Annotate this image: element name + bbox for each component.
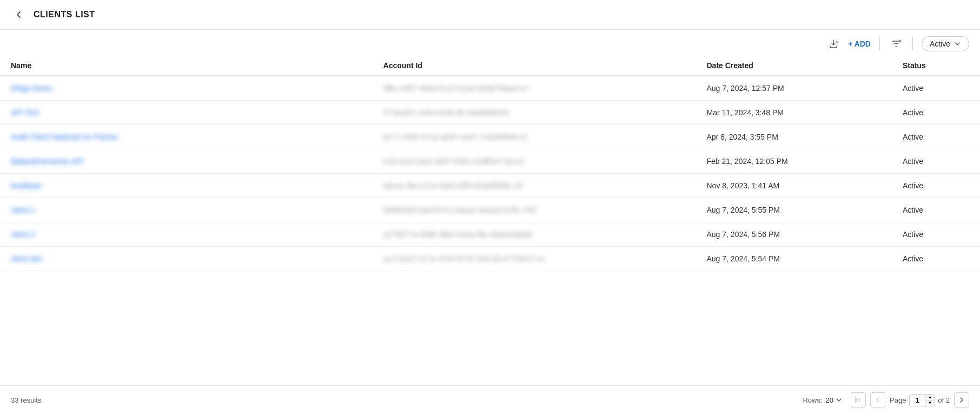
- page-number-input-container: ▲ ▼: [909, 394, 935, 406]
- table-row[interactable]: bookbytea6ea1-f8a-27ca-f4a8-d4f8-d2ae89d…: [0, 174, 980, 198]
- client-name[interactable]: client dev: [11, 254, 43, 263]
- back-button[interactable]: [11, 6, 27, 23]
- chevron-down-icon-rows: [836, 397, 842, 403]
- footer: 33 results Rows: 20 Page: [0, 385, 980, 414]
- cell-status: Active: [892, 76, 980, 101]
- status-dropdown-label: Active: [930, 40, 950, 48]
- next-page-button[interactable]: [954, 392, 969, 408]
- rows-selector: Rows: 20: [803, 396, 842, 404]
- cell-name: Audit Client National Inc Partner: [0, 125, 373, 149]
- page-stepper: ▲ ▼: [925, 395, 934, 406]
- page-decrement-button[interactable]: ▼: [925, 400, 934, 406]
- cell-status: Active: [892, 125, 980, 149]
- rows-label: Rows:: [803, 396, 822, 404]
- toolbar-separator: [879, 37, 880, 50]
- cell-account-id: 5d5804b5-ba2f-87c1-b4aa1-b4aa0-f14f1-74f…: [373, 198, 696, 222]
- filter-button[interactable]: [889, 36, 904, 51]
- cell-date-created: Aug 7, 2024, 5:56 PM: [696, 222, 892, 247]
- pagination: Page ▲ ▼ of 2: [851, 392, 969, 408]
- table-row[interactable]: client 25d5804b5-ba2f-87c1-b4aa1-b4aa0-f…: [0, 198, 980, 222]
- cell-name: Ahiga Demo: [0, 76, 373, 101]
- first-page-button[interactable]: [851, 392, 866, 408]
- col-header-status: Status: [892, 56, 980, 76]
- add-label: + ADD: [848, 40, 871, 48]
- page-title: CLIENTS LIST: [34, 10, 95, 19]
- col-header-date-created: Date Created: [696, 56, 892, 76]
- table-row[interactable]: Ahiga Demofdbc-2007-480a-b112-81a4-d1d87…: [0, 76, 980, 101]
- client-name[interactable]: Audit Client National Inc Partner: [11, 133, 118, 141]
- cell-account-id: a6ea1-f8a-27ca-f4a8-d4f8-d2ae89dde-19: [373, 174, 696, 198]
- results-count: 33 results: [11, 396, 41, 404]
- cell-account-id: e278677a-4096-46b1-84ca-f9e-d4eaedabd6: [373, 222, 696, 247]
- table-container: Name Account Id Date Created Status Ahig…: [0, 56, 980, 385]
- rows-dropdown[interactable]: 20: [826, 396, 842, 404]
- toolbar: + ADD Active: [0, 30, 980, 56]
- cell-name: Balasubramanian API: [0, 149, 373, 174]
- cell-status: Active: [892, 247, 980, 271]
- page-info: Page ▲ ▼ of 2: [890, 394, 950, 406]
- cell-name: client 2: [0, 198, 373, 222]
- cell-name: client 3: [0, 222, 373, 247]
- col-header-account-id: Account Id: [373, 56, 696, 76]
- cell-account-id: e1b-ca1e-fa43-4847-b4b2-e4dffed7-8e-e1: [373, 149, 696, 174]
- client-name[interactable]: Ahiga Demo: [11, 84, 52, 93]
- cell-date-created: Mar 11, 2024, 3:48 PM: [696, 101, 892, 125]
- cell-status: Active: [892, 101, 980, 125]
- cell-account-id: f77aac62-ce4b-d108-dfc-faaddd062fc: [373, 101, 696, 125]
- table-row[interactable]: client 3e278677a-4096-46b1-84ca-f9e-d4ea…: [0, 222, 980, 247]
- page-container: CLIENTS LIST + ADD Active: [0, 0, 980, 414]
- table-row[interactable]: API Testf77aac62-ce4b-d108-dfc-faaddd062…: [0, 101, 980, 125]
- page-increment-button[interactable]: ▲: [925, 395, 934, 400]
- clients-table: Name Account Id Date Created Status Ahig…: [0, 56, 980, 271]
- page-number-input[interactable]: [910, 395, 925, 406]
- cell-date-created: Feb 21, 2024, 12:05 PM: [696, 149, 892, 174]
- cell-date-created: Nov 8, 2023, 1:41 AM: [696, 174, 892, 198]
- cell-name: bookbyte: [0, 174, 373, 198]
- table-row[interactable]: Balasubramanian APIe1b-ca1e-fa43-4847-b4…: [0, 149, 980, 174]
- cell-status: Active: [892, 174, 980, 198]
- cell-date-created: Aug 7, 2024, 12:57 PM: [696, 76, 892, 101]
- export-icon: [829, 39, 838, 49]
- cell-account-id: ac17ee47-e17e-4743-8741-5e0-b5-e77f4e47-…: [373, 247, 696, 271]
- cell-name: API Test: [0, 101, 373, 125]
- page-of: of 2: [938, 396, 950, 404]
- table-body: Ahiga Demofdbc-2007-480a-b112-81a4-d1d87…: [0, 76, 980, 271]
- page-label: Page: [890, 396, 906, 404]
- rows-value: 20: [826, 396, 833, 404]
- cell-status: Active: [892, 222, 980, 247]
- client-name[interactable]: API Test: [11, 108, 39, 117]
- status-dropdown[interactable]: Active: [922, 36, 969, 51]
- add-button[interactable]: + ADD: [848, 40, 871, 48]
- cell-status: Active: [892, 149, 980, 174]
- client-name[interactable]: bookbyte: [11, 181, 42, 190]
- table-row[interactable]: client devac17ee47-e17e-4743-8741-5e0-b5…: [0, 247, 980, 271]
- cell-account-id: fdbc-2007-480a-b112-81a4-d1d87fdaed-e1: [373, 76, 696, 101]
- prev-page-icon: [874, 396, 882, 404]
- table-header: Name Account Id Date Created Status: [0, 56, 980, 76]
- first-page-icon: [855, 396, 862, 404]
- filter-icon: [891, 38, 902, 49]
- chevron-down-icon: [953, 40, 961, 48]
- export-button[interactable]: [825, 37, 842, 51]
- prev-page-button[interactable]: [870, 392, 885, 408]
- cell-date-created: Aug 7, 2024, 5:55 PM: [696, 198, 892, 222]
- client-name[interactable]: Balasubramanian API: [11, 157, 84, 166]
- cell-date-created: Apr 8, 2024, 3:55 PM: [696, 125, 892, 149]
- cell-account-id: 6c71-1992-97ca-ae91-ca41-71dadd84d-e1: [373, 125, 696, 149]
- svg-point-0: [899, 40, 901, 42]
- table-row[interactable]: Audit Client National Inc Partner6c71-19…: [0, 125, 980, 149]
- cell-status: Active: [892, 198, 980, 222]
- client-name[interactable]: client 2: [11, 206, 35, 214]
- cell-name: client dev: [0, 247, 373, 271]
- client-name[interactable]: client 3: [11, 230, 35, 239]
- cell-date-created: Aug 7, 2024, 5:54 PM: [696, 247, 892, 271]
- header: CLIENTS LIST: [0, 0, 980, 30]
- next-page-icon: [958, 396, 965, 404]
- col-header-name: Name: [0, 56, 373, 76]
- toolbar-separator-2: [912, 37, 913, 50]
